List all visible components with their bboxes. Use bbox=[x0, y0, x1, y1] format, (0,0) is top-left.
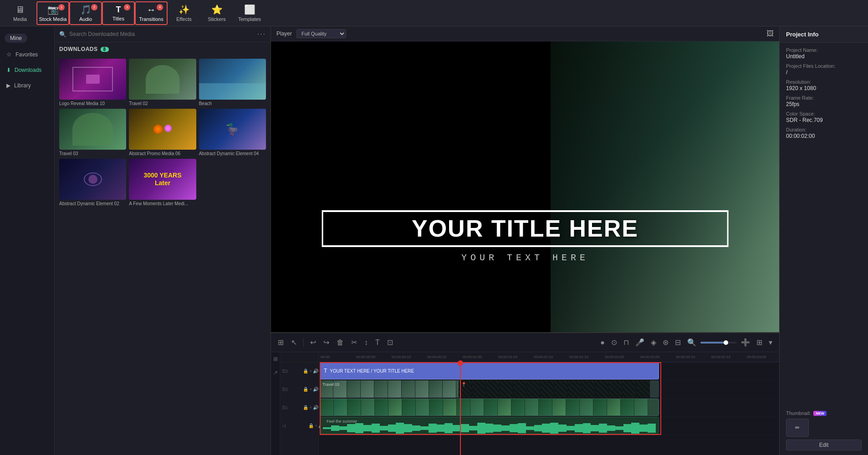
tool-templates[interactable]: ⬜ Templates bbox=[233, 1, 266, 25]
tl-zoom-in-button[interactable]: ➕ bbox=[739, 337, 752, 348]
playhead[interactable] bbox=[460, 362, 461, 455]
tl-ripple-button[interactable]: ● bbox=[598, 337, 607, 348]
image-button[interactable]: 🖼 bbox=[766, 30, 774, 38]
tool-audio[interactable]: 🎵 Audio 2 bbox=[69, 1, 102, 25]
text-track-clip[interactable]: T YOUR TEXT HERE / YOUR TITLE HERE bbox=[320, 362, 659, 379]
left-content: Mine ☆ Favorites ⬇ Downloads ▶ Library bbox=[0, 26, 271, 455]
media-item-7[interactable]: Abstract Dynamic Element 02 bbox=[59, 159, 126, 206]
downloads-count-badge: 8 bbox=[101, 47, 109, 52]
video-frame bbox=[415, 380, 429, 398]
media-track-button[interactable]: ↗ bbox=[271, 366, 280, 379]
tl-undo-button[interactable]: ↩ bbox=[308, 337, 318, 348]
tl-ai-cut-button[interactable]: ⊛ bbox=[660, 337, 671, 348]
timeline-scroll-area[interactable]: 00:00 00:00:00:05 00:00:00:10 00:00:00:1… bbox=[319, 352, 779, 455]
track-add-icon[interactable]: + bbox=[309, 369, 312, 374]
transitions-badge: 4 bbox=[157, 4, 163, 10]
sidebar-item-downloads[interactable]: ⬇ Downloads bbox=[0, 62, 54, 78]
video-track-clip-2[interactable] bbox=[320, 399, 659, 416]
center-area: Player Full Quality Half Quality Quarter… bbox=[271, 26, 779, 455]
media-thumb-3 bbox=[199, 59, 266, 100]
mine-tab[interactable]: Mine bbox=[5, 34, 27, 43]
track-mute-icon[interactable]: 🔊 bbox=[313, 369, 318, 374]
tool-titles[interactable]: T Titles 3 bbox=[102, 1, 135, 25]
tl-audio-adjust[interactable]: ↕ bbox=[362, 337, 370, 348]
effects-label: Effects bbox=[176, 16, 191, 22]
media-item-5[interactable]: Abstract Promo Media 06 bbox=[129, 109, 196, 156]
video-frame-dark bbox=[527, 380, 541, 398]
track4-lock-icon[interactable]: 🔒 bbox=[308, 423, 314, 428]
track-labels: ☰2 🔒 + 🔊 👁 ☰2 🔒 + bbox=[280, 352, 319, 455]
media-item-1[interactable]: Logo Reveal Media 10 bbox=[59, 59, 126, 106]
video-frame-dark bbox=[609, 380, 623, 398]
quality-select[interactable]: Full Quality Half Quality Quarter Qualit… bbox=[296, 29, 346, 38]
playhead-handle[interactable] bbox=[458, 360, 463, 366]
media-item-3[interactable]: Beach bbox=[199, 59, 266, 106]
thumbnail-box[interactable]: ✏ bbox=[786, 419, 809, 437]
media-panel: 🔍 ··· DOWNLOADS 8 bbox=[55, 26, 271, 455]
track2-mute-icon[interactable]: 🔊 bbox=[313, 387, 318, 392]
sidebar-item-favorites[interactable]: ☆ Favorites bbox=[0, 46, 54, 62]
tl-redo-button[interactable]: ↪ bbox=[321, 337, 332, 348]
more-options-button[interactable]: ··· bbox=[257, 30, 266, 38]
audio-track-clip[interactable]: Feel the summer bbox=[320, 417, 659, 434]
pencil-icon: ✏ bbox=[795, 425, 800, 431]
tl-clip-button[interactable]: ⊓ bbox=[621, 337, 631, 348]
zoom-slider[interactable] bbox=[700, 342, 737, 344]
zoom-handle[interactable] bbox=[724, 340, 728, 345]
track2-lock-icon[interactable]: 🔒 bbox=[303, 387, 308, 392]
video-track-clip-1[interactable]: Travel 03 bbox=[320, 380, 459, 398]
video-frame-dark bbox=[623, 380, 636, 398]
audio-icon: 🎵 bbox=[80, 4, 92, 15]
tool-stickers[interactable]: ⭐ Stickers bbox=[200, 1, 233, 25]
audio-badge: 2 bbox=[91, 4, 97, 10]
track4-add-icon[interactable]: + bbox=[315, 423, 317, 428]
tl-text-tool[interactable]: T bbox=[373, 337, 382, 348]
project-name-label: Project Name: bbox=[786, 47, 862, 53]
tool-effects[interactable]: ✨ Effects bbox=[168, 1, 200, 25]
add-track-button[interactable]: ⊞ bbox=[271, 352, 280, 366]
tl-magnet-button[interactable]: ⊙ bbox=[609, 337, 619, 348]
titles-badge: 3 bbox=[124, 4, 130, 10]
files-location-label: Project Files Location: bbox=[786, 63, 862, 69]
preview-title: YOUR TITLE HERE bbox=[322, 210, 729, 247]
media-item-4[interactable]: Travel 03 bbox=[59, 109, 126, 156]
tl-mic-button[interactable]: 🎤 bbox=[633, 337, 647, 348]
tool-media[interactable]: 🖥 Media bbox=[4, 1, 36, 25]
tl-more-button[interactable]: ▾ bbox=[766, 337, 775, 348]
track3-mute-icon[interactable]: 🔊 bbox=[313, 405, 318, 410]
tl-split-audio-button[interactable]: ⊟ bbox=[673, 337, 683, 348]
tool-stock-media[interactable]: 📷 Stock Media 1 bbox=[36, 1, 69, 25]
downloads-header: DOWNLOADS 8 bbox=[55, 42, 271, 56]
tl-select-tool[interactable]: ⊞ bbox=[276, 337, 286, 348]
media-item-8[interactable]: 3000 YEARSLater A Few Moments Later Medi… bbox=[129, 159, 196, 206]
media-grid: Logo Reveal Media 10 Travel 02 bbox=[55, 56, 271, 209]
track3-lock-icon[interactable]: 🔒 bbox=[303, 405, 308, 410]
media-item-2[interactable]: Travel 02 bbox=[129, 59, 196, 106]
resolution-row: Resolution: 1920 x 1080 bbox=[786, 79, 862, 91]
tl-zoom-out-button[interactable]: 🔍 bbox=[685, 337, 699, 348]
tl-voiceover-button[interactable]: ◈ bbox=[648, 337, 659, 348]
video-frame bbox=[429, 380, 443, 398]
track-lock-icon[interactable]: 🔒 bbox=[303, 369, 308, 374]
sidebar-item-library[interactable]: ▶ Library bbox=[0, 78, 54, 93]
timeline-ruler: 00:00 00:00:00:05 00:00:00:10 00:00:00:1… bbox=[319, 352, 779, 362]
text-clip-icon: T bbox=[324, 368, 327, 374]
tl-delete-button[interactable]: 🗑 bbox=[334, 337, 346, 348]
tl-cut-button[interactable]: ✂ bbox=[349, 337, 359, 348]
tl-group-tool[interactable]: ⊡ bbox=[385, 337, 395, 348]
tl-layout-button[interactable]: ⊞ bbox=[754, 337, 765, 348]
search-input[interactable] bbox=[69, 31, 255, 37]
media-label: Media bbox=[13, 16, 27, 22]
frame-rate-value: 25fps bbox=[786, 101, 862, 107]
video-frame-dark bbox=[568, 380, 582, 398]
transitions-label: Transitions bbox=[139, 16, 163, 22]
media-item-6[interactable]: 🦆 Abstract Dynamic Element 04 bbox=[199, 109, 266, 156]
tool-transitions[interactable]: ↔ Transitions 4 bbox=[135, 1, 168, 25]
thumbnail-label-row: Thumbnail: NEW bbox=[786, 410, 827, 416]
track3-add-icon[interactable]: + bbox=[309, 405, 312, 410]
tl-trim-tool[interactable]: ↖ bbox=[289, 337, 299, 348]
preview-subtitle: YOUR TEXT HERE bbox=[322, 253, 729, 263]
edit-button[interactable]: Edit bbox=[786, 440, 862, 450]
track2-add-icon[interactable]: + bbox=[309, 387, 312, 392]
video-track-clip-ext[interactable]: 📍 bbox=[459, 380, 659, 398]
